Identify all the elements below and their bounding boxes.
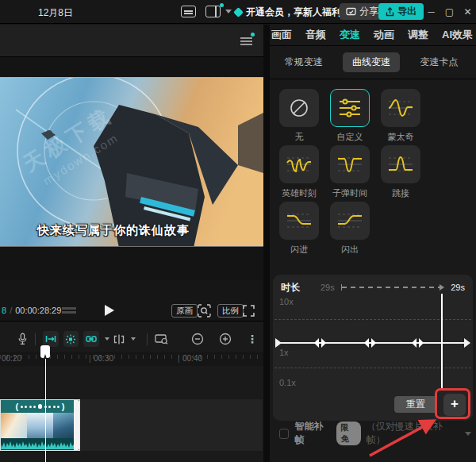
panel-divider (263, 25, 270, 462)
scale-10x-label: 10x (279, 297, 294, 306)
current-time: 8 (2, 306, 6, 315)
tab-speed[interactable]: 变速 (340, 28, 360, 42)
divider (147, 333, 148, 345)
highlight-box (435, 388, 470, 419)
frames-list-icon[interactable] (62, 307, 76, 315)
chevron-down-icon[interactable] (225, 10, 232, 13)
speed-keyframe-strip: () (1, 400, 79, 413)
speed-keyframe[interactable] (314, 337, 326, 348)
chevron-down-icon[interactable] (131, 337, 136, 341)
tab-ai-effects[interactable]: AI效果 (442, 28, 473, 42)
preset-custom[interactable]: 自定义 (330, 89, 370, 144)
chevron-down-icon[interactable] (465, 432, 471, 436)
flash-in-curve-icon (285, 210, 313, 232)
export-label: 导出 (397, 5, 416, 18)
preset-bullet-time[interactable]: 子弹时间 (330, 145, 370, 201)
play-button[interactable] (105, 305, 114, 316)
subtab-beat-speed[interactable]: 变速卡点 (410, 52, 467, 72)
mic-icon[interactable] (17, 332, 28, 346)
clip-thumbnails (1, 413, 79, 440)
bullet-time-curve-icon (336, 153, 364, 175)
ruler-label: 00:40 (182, 354, 202, 363)
duration-from: 29s (321, 283, 335, 292)
tab-audio[interactable]: 音频 (305, 28, 326, 42)
subtab-curve-speed[interactable]: 曲线变速 (343, 52, 400, 72)
menu-notification-dot (251, 33, 255, 37)
tab-picture[interactable]: 画面 (271, 28, 292, 42)
video-subtitle: 快来续写属于你的诛仙故事 (0, 223, 227, 238)
preview-zoom-icon[interactable] (198, 304, 211, 318)
curve-start-arrow (275, 338, 282, 348)
export-button[interactable]: 导出 (378, 3, 424, 20)
preset-hero-moment[interactable]: 英雄时刻 (279, 145, 319, 201)
aspect-ratio-button[interactable]: 比例 (217, 304, 244, 318)
limited-free-badge: 限免 (336, 422, 361, 445)
timeline-ruler[interactable]: 00:20 | 00:30 | 00:40 (0, 352, 263, 366)
scale-1x-label: 1x (279, 348, 289, 357)
export-icon (386, 7, 394, 17)
zoom-in-button[interactable] (219, 333, 232, 345)
link-toggle-button[interactable] (83, 331, 99, 347)
montage-curve-icon (386, 97, 415, 119)
layout-list-icon[interactable] (181, 6, 196, 17)
preset-flash-in[interactable]: 闪进 (279, 202, 319, 257)
speed-graph[interactable]: 10x 1x 0.1x (273, 294, 473, 392)
graph-playhead[interactable] (441, 294, 443, 391)
flash-out-curve-icon (336, 210, 364, 232)
frame-interpolation-checkbox[interactable] (279, 429, 289, 439)
preset-montage[interactable]: 蒙太奇 (381, 89, 420, 144)
chevron-down-icon[interactable] (105, 337, 109, 341)
playhead-line[interactable] (45, 347, 46, 462)
timeline-toolbar: ⋮ (0, 326, 263, 352)
speed-keyframe[interactable] (364, 337, 376, 348)
video-clip[interactable]: () (0, 399, 80, 451)
reset-button[interactable]: 重置 (394, 396, 437, 413)
hero-moment-curve-icon (285, 153, 313, 175)
linkage-toggle-button[interactable] (63, 331, 79, 347)
duration-row: 时长 29s 29s (281, 281, 465, 294)
jump-cut-curve-icon (386, 153, 415, 175)
preset-jump-cut[interactable]: 跳接 (381, 145, 420, 201)
gem-icon (233, 7, 244, 17)
tab-animation[interactable]: 动画 (374, 28, 394, 42)
membership-promo[interactable]: 开通会员，享新人福利 (235, 4, 349, 20)
divider (35, 333, 36, 345)
audio-waveform (1, 438, 79, 450)
playhead-handle[interactable] (40, 345, 50, 358)
preset-flash-out[interactable]: 闪出 (330, 202, 370, 257)
timeline-panel: ⋮ 00:20 | 00:30 | 00:40 () (0, 321, 263, 462)
preset-none[interactable]: 无 (279, 89, 319, 144)
date-label: 12月8日 (38, 6, 73, 20)
scale-01x-label: 0.1x (279, 378, 296, 387)
none-icon (289, 98, 309, 118)
original-quality-button[interactable]: 原画 (171, 304, 198, 318)
clip-trim-handle[interactable] (74, 400, 79, 450)
duration-to: 29s (451, 283, 465, 292)
zoom-out-button[interactable] (191, 333, 204, 345)
app-window: 12月8日 开通会员，享新人福利 分享 导出 ─ ▢ ✕ (0, 0, 476, 462)
preview-axis-button[interactable] (155, 333, 168, 345)
tab-adjust[interactable]: 调整 (408, 28, 428, 42)
split-clip-button[interactable] (113, 334, 125, 345)
subtab-normal-speed[interactable]: 常规变速 (275, 52, 332, 72)
share-icon (346, 7, 356, 17)
maximize-button[interactable]: ▢ (440, 6, 459, 17)
ruler-label: 00:20 (2, 354, 21, 363)
snap-toggle-button[interactable] (43, 331, 59, 347)
video-preview[interactable]: 天极下载 mydown.com 快来续写属于你的诛仙故事 (0, 77, 263, 247)
close-button[interactable]: ✕ (459, 6, 476, 17)
ruler-ticks (0, 355, 263, 359)
hamburger-menu-icon[interactable] (240, 37, 252, 45)
frame-interpolation-label: 智能补帧 (294, 420, 330, 447)
timecode: 8 / 00:00:28:29 (2, 306, 61, 315)
fullscreen-icon[interactable] (243, 305, 255, 317)
duration-slider[interactable] (341, 284, 445, 291)
divider (270, 79, 476, 79)
ruler-label: 00:30 (94, 354, 113, 363)
speed-keyframe[interactable] (412, 337, 424, 348)
more-options-icon[interactable]: ⋮ (247, 333, 258, 345)
promo-label: 开通会员，享新人福利 (246, 6, 341, 19)
layout-panels-icon[interactable] (205, 6, 221, 17)
minimize-button[interactable]: ─ (422, 6, 440, 17)
frame-interpolation-note: （仅对慢速片段补帧） (367, 420, 456, 447)
